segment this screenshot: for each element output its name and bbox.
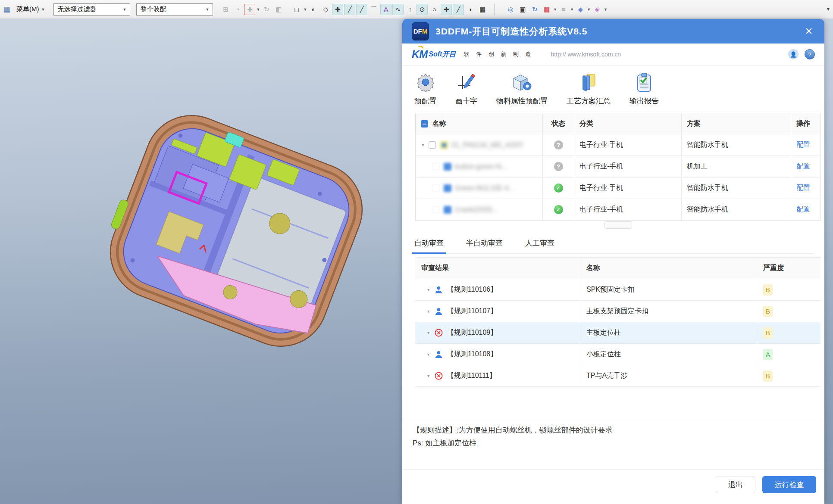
chevron-down-icon[interactable]: ▼ bbox=[587, 7, 591, 12]
part-plan: 智能防水手机 bbox=[682, 177, 791, 199]
move-component-icon[interactable]: ✚ bbox=[332, 4, 343, 15]
run-check-button[interactable]: 运行检查 bbox=[762, 476, 816, 493]
app-window: ▦ 菜单(M) ▼ 无选择过滤器 ▼ 整个装配 ▼ ⊞ ◔ ✚ ▼ ↻ ◧ ◻ … bbox=[0, 0, 833, 504]
table-row[interactable]: Crank22555... ✓ 电子行业-手机 智能防水手机 配置 bbox=[416, 199, 820, 220]
surface-icon[interactable]: ◗ bbox=[465, 4, 476, 15]
preconfig-button[interactable]: 预配置 bbox=[414, 70, 436, 106]
toolbar-overflow-caret[interactable]: ▼ bbox=[826, 7, 830, 12]
line-angle-icon[interactable]: ╱ bbox=[453, 4, 464, 15]
point-plus-icon[interactable]: ✚ bbox=[441, 4, 452, 15]
severity-badge: B bbox=[763, 327, 773, 339]
assembly-icon[interactable]: ⊞ bbox=[220, 4, 231, 15]
dialog-titlebar[interactable]: DFM 3DDFM-开目可制造性分析系统V8.5 ✕ bbox=[402, 19, 824, 44]
kmsoft-logo: KM bbox=[412, 48, 428, 60]
reflect-icon[interactable]: ◔ bbox=[232, 4, 243, 15]
row-checkbox[interactable] bbox=[429, 141, 436, 149]
pan-icon[interactable]: ▣ bbox=[517, 4, 528, 15]
row-checkbox[interactable] bbox=[432, 184, 439, 192]
col-name: 名称 bbox=[432, 119, 446, 128]
material-preconfig-button[interactable]: 物料属性预配置 bbox=[496, 70, 548, 106]
table-row[interactable]: ▼ 01_PA6134_MD_ASSY ? 电子行业-手机 智能防水手机 配置 bbox=[416, 134, 820, 156]
selection-filter-dropdown[interactable]: 无选择过滤器 ▼ bbox=[53, 3, 130, 16]
severity-badge: B bbox=[763, 370, 773, 382]
configure-link[interactable]: 配置 bbox=[796, 162, 810, 171]
severity-badge: B bbox=[763, 284, 773, 296]
datum-icon[interactable]: ◇ bbox=[320, 4, 331, 15]
view-cube-icon[interactable]: ◆ bbox=[575, 4, 586, 15]
expand-icon[interactable]: ▾ bbox=[427, 330, 429, 335]
chevron-down-icon[interactable]: ▼ bbox=[256, 7, 260, 12]
spline-icon[interactable]: ∿ bbox=[392, 4, 404, 15]
table-row[interactable]: ▾ 【规则110107】 主板支架预固定卡扣 B bbox=[415, 301, 820, 322]
table-row[interactable]: ▾ 【规则110111】 TP与A壳干涉 B bbox=[415, 365, 820, 387]
draw-cross-button[interactable]: 画十字 bbox=[455, 70, 477, 106]
tab-auto-review[interactable]: 自动审查 bbox=[413, 236, 445, 253]
severity-badge: B bbox=[763, 306, 773, 317]
studio-spline-icon[interactable]: A bbox=[380, 4, 391, 15]
col-status: 状态 bbox=[543, 113, 574, 134]
scope-value: 整个装配 bbox=[140, 5, 166, 13]
add-component-icon[interactable]: ✚ bbox=[244, 4, 255, 15]
error-icon bbox=[435, 372, 443, 380]
user-icon[interactable]: 👤 bbox=[788, 49, 799, 59]
tab-semi-auto-review[interactable]: 半自动审查 bbox=[464, 236, 504, 253]
expand-icon[interactable]: ▾ bbox=[427, 287, 429, 292]
refresh-icon[interactable]: ↻ bbox=[529, 4, 540, 15]
axis-icon[interactable]: ↑ bbox=[404, 4, 416, 15]
expand-icon[interactable]: ▼ bbox=[421, 143, 425, 147]
chevron-down-icon[interactable]: ▼ bbox=[570, 7, 574, 12]
zoom-window-icon[interactable]: ◎ bbox=[505, 4, 516, 15]
layers-icon[interactable]: ≡ bbox=[558, 4, 569, 15]
arc-icon[interactable]: ⌒ bbox=[368, 4, 379, 15]
exit-button[interactable]: 退出 bbox=[716, 476, 755, 493]
part-category: 电子行业-手机 bbox=[574, 199, 682, 220]
row-checkbox[interactable] bbox=[432, 163, 439, 170]
rule-id: 【规则110106】 bbox=[447, 285, 497, 294]
select-all-checkbox[interactable] bbox=[421, 120, 428, 128]
configure-link[interactable]: 配置 bbox=[796, 184, 810, 193]
scope-dropdown[interactable]: 整个装配 ▼ bbox=[136, 3, 213, 16]
reuse-library-icon[interactable]: ↻ bbox=[261, 4, 272, 15]
parts-table-header: 名称 状态 分类 方案 操作 bbox=[416, 113, 820, 134]
tab-manual-review[interactable]: 人工审查 bbox=[523, 236, 556, 253]
table-row[interactable]: ▾ 【规则110106】 SPK预固定卡扣 B bbox=[415, 279, 820, 301]
line-dashed-icon[interactable]: ╱ bbox=[356, 4, 367, 15]
configure-link[interactable]: 配置 bbox=[796, 205, 810, 214]
ellipse-icon[interactable]: ○ bbox=[429, 4, 440, 15]
table-row[interactable]: button-green-N... ? 电子行业-手机 机加工 配置 bbox=[416, 156, 820, 177]
col-severity: 严重度 bbox=[757, 258, 820, 279]
pencil-cross-icon bbox=[457, 70, 476, 92]
chevron-down-icon[interactable]: ▼ bbox=[553, 7, 557, 12]
table-row[interactable]: ▾ 【规则110108】 小板定位柱 A bbox=[415, 344, 820, 365]
export-report-button[interactable]: 输出报告 bbox=[629, 70, 659, 106]
grid-icon[interactable]: ▦ bbox=[477, 4, 488, 15]
collapse-handle[interactable] bbox=[604, 221, 632, 229]
grid-color-icon[interactable]: ▦ bbox=[541, 4, 552, 15]
part-plan: 智能防水手机 bbox=[682, 199, 791, 220]
menu-button[interactable]: 菜单(M) ▼ bbox=[14, 4, 47, 15]
rule-name: TP与A壳干涉 bbox=[580, 365, 757, 386]
circle-center-icon[interactable]: ⊙ bbox=[416, 4, 428, 15]
expand-icon[interactable]: ▾ bbox=[427, 309, 429, 314]
status-unknown-icon: ? bbox=[554, 140, 563, 149]
expand-icon[interactable]: ▾ bbox=[427, 352, 429, 357]
row-checkbox[interactable] bbox=[432, 206, 439, 213]
severity-badge: A bbox=[763, 349, 773, 360]
render-style-icon[interactable]: ◈ bbox=[592, 4, 603, 15]
chevron-down-icon[interactable]: ▼ bbox=[303, 7, 307, 12]
process-summary-button[interactable]: 工艺方案汇总 bbox=[567, 70, 611, 106]
error-icon bbox=[435, 329, 443, 337]
pattern-icon[interactable]: ◧ bbox=[273, 4, 284, 15]
chevron-down-icon: ▼ bbox=[123, 7, 127, 12]
close-icon[interactable]: ✕ bbox=[803, 25, 815, 37]
table-row-selected[interactable]: ▾ 【规则110109】 主板定位柱 B bbox=[415, 322, 820, 344]
rule-description-line1: 【规则描述】:为方便使用自动螺丝机，锁螺丝部件的设计要求 bbox=[413, 424, 809, 437]
select-box-icon[interactable]: ◻ bbox=[291, 4, 302, 15]
expand-icon[interactable]: ▾ bbox=[427, 373, 429, 378]
line-icon[interactable]: ╱ bbox=[344, 4, 355, 15]
show-hide-icon[interactable]: ◐ bbox=[308, 4, 319, 15]
configure-link[interactable]: 配置 bbox=[796, 140, 810, 149]
table-row[interactable]: Green-NUL15E-4... ✓ 电子行业-手机 智能防水手机 配置 bbox=[416, 177, 820, 199]
chevron-down-icon[interactable]: ▼ bbox=[604, 7, 608, 12]
help-icon[interactable]: ? bbox=[805, 49, 815, 59]
